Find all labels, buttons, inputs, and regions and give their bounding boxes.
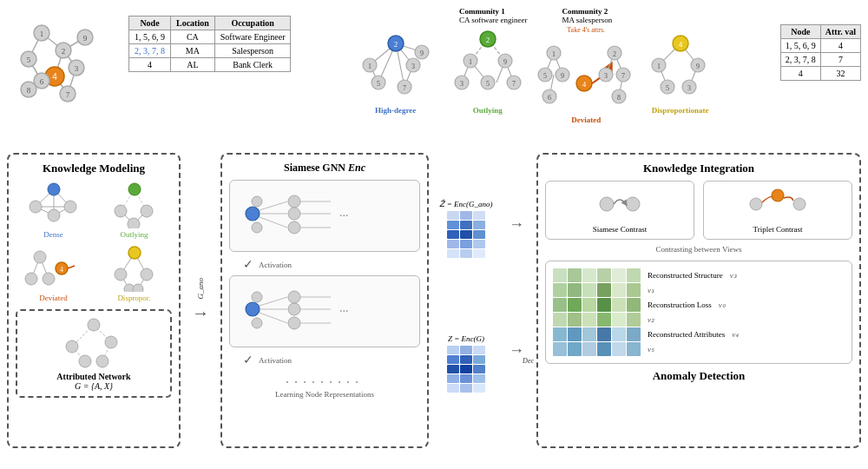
svg-point-132 [128, 247, 141, 259]
integration-title: Knowledge Integration [545, 162, 852, 175]
svg-text:2: 2 [62, 47, 66, 56]
svg-point-141 [88, 319, 100, 331]
svg-text:4: 4 [52, 72, 57, 82]
table-row: 4 32 [780, 67, 860, 81]
reconstruction-box: Reconstructed Structure v₃ v₁ Reconstruc… [545, 261, 852, 364]
svg-point-156 [252, 196, 262, 207]
high-degree-label: High-degree [352, 106, 439, 115]
svg-text:9: 9 [83, 34, 88, 43]
triplet-contrast-label: Triplet Contrast [709, 225, 846, 234]
anomaly-section: Community 1 CA software engineer Communi… [299, 7, 771, 124]
community-labels: Community 1 CA software engineer Communi… [299, 7, 771, 24]
svg-text:...: ... [339, 301, 349, 314]
svg-text:7: 7 [403, 84, 406, 92]
community-1: Community 1 CA software engineer [459, 7, 527, 24]
svg-text:9: 9 [420, 50, 424, 57]
svg-point-174 [750, 198, 762, 210]
dispropor-km-item: Dispropor. [96, 244, 172, 302]
svg-text:7: 7 [66, 90, 70, 99]
svg-text:5: 5 [377, 80, 380, 88]
knowledge-grid: Dense Outlying [16, 181, 172, 302]
svg-point-144 [79, 355, 91, 367]
svg-text:6: 6 [548, 94, 551, 102]
svg-point-157 [252, 222, 262, 233]
svg-text:9: 9 [561, 72, 564, 80]
knowledge-modeling-box: Knowledge Modeling [7, 153, 181, 448]
svg-point-123 [25, 273, 37, 285]
node-data-table: Node Location Occupation 1, 5, 6, 9 CA S… [128, 16, 291, 72]
upper-network-block: ... [229, 180, 420, 252]
v3-label: v₃ [730, 271, 737, 280]
svg-point-142 [66, 340, 78, 353]
svg-text:4: 4 [60, 266, 63, 274]
svg-text:2: 2 [485, 36, 490, 44]
z-matrix: Z = Enc(G) [436, 334, 496, 393]
svg-text:4: 4 [582, 80, 586, 89]
svg-text:4: 4 [678, 40, 682, 49]
v1-row: v₁ [648, 286, 845, 294]
svg-point-152 [288, 221, 300, 234]
anomaly-graphs-row: 2 1 9 3 5 7 High-degree [299, 26, 771, 124]
svg-text:2: 2 [613, 50, 616, 58]
svg-point-163 [288, 291, 300, 303]
knowledge-integration-box: Knowledge Integration [536, 153, 861, 448]
svg-point-143 [105, 336, 117, 348]
right-table-panel: Node Attr. val 1, 5, 6, 9 4 2, 3, 7, 8 7… [780, 24, 861, 81]
bottom-row: Knowledge Modeling [7, 153, 861, 448]
svg-point-122 [34, 251, 46, 263]
anomaly-detection-label: Anomaly Detection [545, 369, 852, 383]
recon-loss-row: Reconstruction Loss v₀ [648, 301, 845, 309]
svg-point-165 [288, 317, 300, 329]
svg-point-146 [246, 207, 260, 221]
svg-text:1: 1 [368, 63, 372, 70]
svg-text:8: 8 [617, 94, 621, 102]
svg-text:8: 8 [27, 86, 31, 95]
svg-point-118 [141, 205, 153, 217]
svg-point-133 [115, 268, 127, 281]
attributed-network-box: Attributed Network G = {A, X} [16, 309, 172, 398]
deviated-km-item: 4 Deviated [16, 244, 91, 302]
table-row: 4 AL Bank Clerk [129, 58, 291, 72]
v5-label: v₅ [648, 345, 654, 353]
svg-point-145 [96, 355, 108, 367]
recon-matrix [553, 268, 641, 356]
svg-point-108 [48, 183, 60, 195]
svg-point-110 [64, 201, 76, 213]
left-graph-svg: 4 1 2 9 5 3 6 7 8 [7, 7, 120, 129]
col-location: Location [171, 17, 215, 30]
svg-text:5: 5 [666, 84, 669, 92]
recon-structure-row: Reconstructed Structure v₃ [648, 271, 845, 280]
siamese-title: Siamese GNN Enc [229, 162, 420, 175]
svg-point-150 [288, 195, 300, 208]
svg-line-162 [260, 313, 287, 323]
svg-text:9: 9 [696, 63, 700, 70]
svg-text:9: 9 [503, 58, 507, 66]
table-panel: Node Location Occupation 1, 5, 6, 9 CA S… [128, 16, 291, 72]
svg-text:3: 3 [604, 72, 608, 80]
v2-label: v₂ [648, 315, 654, 324]
attributed-network-label: Attributed Network [23, 372, 165, 381]
svg-text:1: 1 [657, 63, 661, 70]
svg-point-175 [772, 189, 784, 201]
recon-attrs-row: Reconstructed Attributes v₄ [648, 330, 845, 339]
siamese-contrast-label: Siamese Contrast [551, 225, 688, 234]
siamese-gnn-box: Siamese GNN Enc [220, 153, 429, 448]
svg-point-111 [48, 209, 60, 221]
siamese-contrast-box: Siamese Contrast [545, 181, 694, 240]
attributed-network-eq: G = {A, X} [23, 381, 165, 391]
contrast-row: Siamese Contrast Triplet Contrast [545, 181, 852, 240]
svg-point-119 [128, 218, 140, 228]
svg-point-136 [133, 284, 143, 292]
rep-label: Learning Node Representations [229, 390, 420, 399]
col-node: Node [129, 17, 171, 30]
dense-label: Dense [16, 230, 91, 239]
svg-point-151 [288, 208, 300, 220]
svg-text:5: 5 [486, 80, 490, 88]
svg-line-160 [260, 297, 287, 306]
svg-text:1: 1 [40, 30, 44, 38]
svg-text:3: 3 [411, 63, 415, 70]
knowledge-modeling-title: Knowledge Modeling [16, 162, 172, 175]
table-row: 1, 5, 6, 9 4 [780, 39, 860, 53]
svg-text:3: 3 [75, 64, 79, 73]
contrasting-label: Contrasting between Views [545, 245, 852, 254]
